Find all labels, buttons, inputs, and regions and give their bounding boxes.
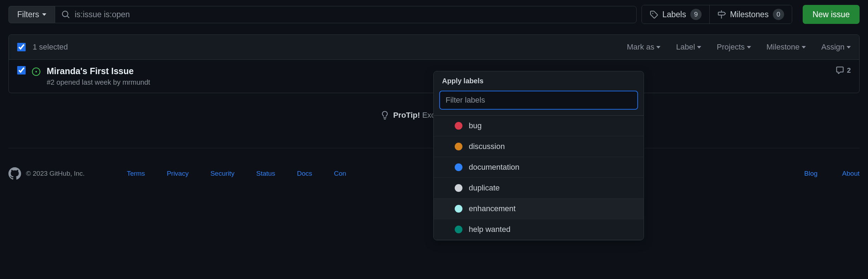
milestone-label: Milestone (767, 43, 800, 52)
label-name: discussion (469, 142, 505, 151)
issue-checkbox[interactable] (17, 66, 26, 74)
label-list: bugdiscussiondocumentationduplicateenhan… (434, 116, 644, 240)
issues-header: 1 selected Mark as Label Projects Milest… (9, 35, 859, 60)
filters-label: Filters (17, 10, 39, 19)
select-all-checkbox[interactable] (17, 43, 26, 51)
footer-link-blog[interactable]: Blog (804, 170, 817, 177)
lightbulb-icon (381, 111, 389, 119)
label-color-dot (455, 205, 462, 213)
caret-down-icon (697, 46, 701, 48)
open-issue-icon (32, 67, 40, 78)
search-icon (61, 10, 70, 19)
comment-count: 2 (847, 66, 851, 74)
mark-as-label: Mark as (627, 43, 654, 52)
milestones-button[interactable]: Milestones 0 (710, 5, 792, 24)
label-color-dot (455, 163, 462, 171)
search-input[interactable] (75, 6, 630, 23)
filter-labels-input[interactable] (439, 91, 638, 110)
label-color-dot (455, 184, 462, 192)
mark-as-dropdown[interactable]: Mark as (627, 43, 660, 52)
label-name: help wanted (469, 225, 511, 234)
caret-down-icon (747, 46, 751, 48)
footer-links-left: Terms Privacy Security Status Docs Con (127, 170, 346, 177)
issue-title-link[interactable]: Miranda's First Issue (47, 66, 134, 76)
labels-milestones-group: Labels 9 Milestones 0 (642, 5, 792, 24)
labels-label: Labels (662, 10, 686, 19)
caret-down-icon (42, 13, 46, 16)
filters-button[interactable]: Filters (8, 6, 55, 23)
label-option-documentation[interactable]: documentation (434, 157, 644, 178)
label-option-bug[interactable]: bug (434, 116, 644, 136)
footer-links-right: Blog About (804, 170, 860, 177)
comment-count-link[interactable]: 2 (836, 66, 851, 74)
caret-down-icon (802, 46, 806, 48)
milestone-icon (717, 10, 726, 19)
footer-link-privacy[interactable]: Privacy (167, 170, 189, 177)
dropdown-title: Apply labels (434, 71, 644, 91)
caret-down-icon (847, 46, 851, 48)
label-color-dot (455, 226, 462, 233)
header-actions: Mark as Label Projects Milestone Assign (627, 43, 851, 52)
label-name: duplicate (469, 183, 500, 193)
label-option-discussion[interactable]: discussion (434, 136, 644, 157)
apply-labels-dropdown: Apply labels bugdiscussiondocumentationd… (433, 71, 644, 240)
label-name: documentation (469, 163, 519, 172)
right-buttons: Labels 9 Milestones 0 New issue (642, 5, 860, 24)
label-name: enhancement (469, 204, 515, 213)
dropdown-filter-wrap (434, 91, 644, 116)
projects-label: Projects (717, 43, 744, 52)
projects-dropdown[interactable]: Projects (717, 43, 751, 52)
assign-dropdown[interactable]: Assign (821, 43, 851, 52)
filters-search-group: Filters (8, 6, 637, 23)
label-dropdown-trigger[interactable]: Label (676, 43, 701, 52)
search-wrapper (55, 6, 637, 23)
toolbar: Filters Labels 9 Milestones 0 New issue (8, 5, 860, 24)
footer-link-docs[interactable]: Docs (297, 170, 312, 177)
tag-icon (650, 10, 658, 19)
footer-link-terms[interactable]: Terms (127, 170, 145, 177)
label-color-dot (455, 122, 462, 130)
github-logo-icon (8, 167, 21, 180)
label-label: Label (676, 43, 695, 52)
caret-down-icon (656, 46, 660, 48)
new-issue-button[interactable]: New issue (803, 5, 860, 24)
milestones-label: Milestones (730, 10, 769, 19)
footer-copyright: © 2023 GitHub, Inc. (26, 170, 85, 177)
label-option-duplicate[interactable]: duplicate (434, 178, 644, 199)
footer-link-about[interactable]: About (842, 170, 860, 177)
labels-button[interactable]: Labels 9 (642, 5, 710, 24)
labels-count-badge: 9 (690, 9, 702, 20)
footer-link-contact[interactable]: Con (334, 170, 346, 177)
milestone-dropdown[interactable]: Milestone (767, 43, 806, 52)
milestones-count-badge: 0 (773, 9, 784, 20)
label-option-help-wanted[interactable]: help wanted (434, 219, 644, 240)
selected-count-text: 1 selected (33, 43, 68, 52)
footer-link-security[interactable]: Security (210, 170, 235, 177)
label-option-enhancement[interactable]: enhancement (434, 199, 644, 219)
footer-link-status[interactable]: Status (256, 170, 275, 177)
assign-label: Assign (821, 43, 844, 52)
label-name: bug (469, 121, 482, 130)
label-color-dot (455, 143, 462, 150)
comment-icon (836, 66, 844, 74)
